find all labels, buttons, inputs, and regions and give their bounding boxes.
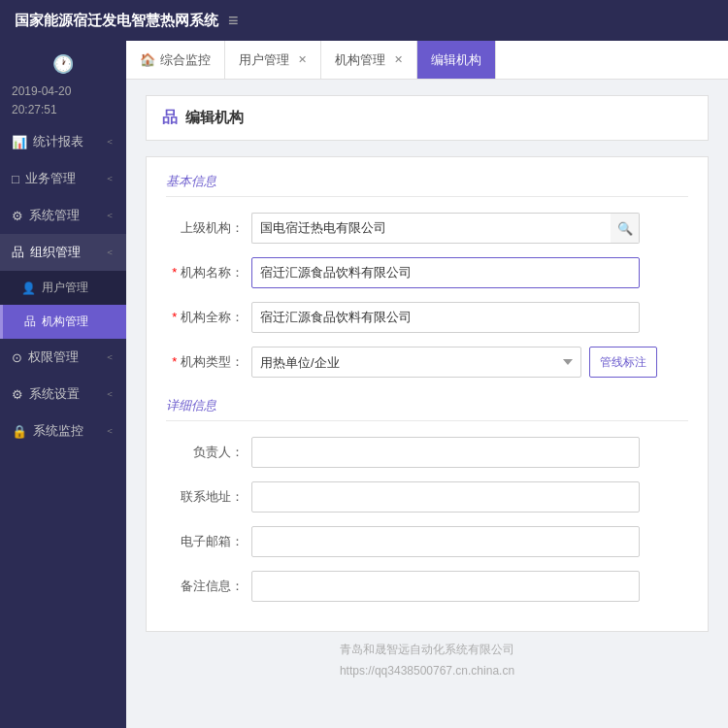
- breadcrumb-edit-org-label: 编辑机构: [431, 51, 481, 69]
- address-row: 联系地址：: [166, 481, 688, 513]
- form-card: 基本信息 上级机构： 🔍 机构名称： 机构全称：: [146, 156, 709, 632]
- breadcrumb-org-mgmt[interactable]: 机构管理 ✕: [321, 41, 417, 79]
- sidebar-item-permission[interactable]: ⊙ 权限管理 ＜: [0, 339, 126, 376]
- org-fullname-row: 机构全称：: [166, 302, 688, 333]
- basic-info-section-title: 基本信息: [166, 173, 688, 197]
- close-org-mgmt-icon[interactable]: ✕: [394, 53, 403, 66]
- org-fullname-input[interactable]: [251, 302, 640, 333]
- settings-icon: ⚙: [12, 387, 23, 402]
- user-icon: 👤: [21, 281, 36, 295]
- address-input[interactable]: [251, 481, 640, 513]
- pipe-annotation-button[interactable]: 管线标注: [589, 347, 657, 378]
- sidebar-item-business[interactable]: □ 业务管理 ＜: [0, 160, 126, 197]
- detail-info-section-title: 详细信息: [166, 397, 688, 421]
- org-mgmt-icon: 品: [24, 314, 36, 330]
- menu-icon[interactable]: ≡: [228, 11, 239, 31]
- footer-url: https://qq3438500767.cn.china.cn: [146, 661, 709, 682]
- sidebar-item-monitor[interactable]: 🔒 系统监控 ＜: [0, 413, 126, 449]
- chevron-system: ＜: [105, 209, 115, 222]
- close-user-mgmt-icon[interactable]: ✕: [298, 53, 307, 66]
- breadcrumb-user-mgmt[interactable]: 用户管理 ✕: [225, 41, 321, 79]
- chevron-monitor: ＜: [105, 424, 115, 438]
- sidebar-label-system: 系统管理: [29, 207, 80, 224]
- parent-org-row: 上级机构： 🔍: [166, 213, 688, 244]
- sidebar-item-user-mgmt[interactable]: 👤 用户管理: [0, 271, 126, 305]
- sidebar-label-stats: 统计报表: [33, 133, 83, 150]
- monitor-icon: 🔒: [12, 424, 27, 439]
- email-row: 电子邮箱：: [166, 526, 688, 557]
- org-type-row: 机构类型： 用热单位/企业 供热单位 管理单位 管线标注: [166, 347, 688, 378]
- org-name-row: 机构名称：: [166, 257, 688, 288]
- parent-org-input[interactable]: [251, 213, 611, 244]
- breadcrumb-home-label: 综合监控: [160, 51, 211, 69]
- org-name-label: 机构名称：: [166, 264, 244, 281]
- sidebar-label-user-mgmt: 用户管理: [42, 280, 88, 296]
- sidebar-item-org[interactable]: 品 组织管理 ＜: [0, 234, 126, 271]
- content-area: 品 编辑机构 基本信息 上级机构： 🔍 机构名称：: [126, 80, 728, 728]
- responsible-input[interactable]: [251, 437, 640, 468]
- sidebar: 🕐 2019-04-20 20:27:51 📊 统计报表 ＜ □ 业务管理 ＜ …: [0, 41, 126, 728]
- sidebar-label-settings: 系统设置: [29, 385, 80, 403]
- sidebar-datetime: 🕐 2019-04-20 20:27:51: [0, 41, 126, 123]
- chevron-business: ＜: [105, 172, 115, 185]
- app-title: 国家能源宿迁发电智慧热网系统: [15, 12, 218, 30]
- chevron-stats: ＜: [105, 135, 115, 149]
- remark-input[interactable]: [251, 571, 640, 602]
- stats-icon: 📊: [12, 135, 27, 149]
- breadcrumb-home[interactable]: 🏠 综合监控: [126, 41, 225, 79]
- sidebar-item-stats[interactable]: 📊 统计报表 ＜: [0, 123, 126, 160]
- parent-org-search-button[interactable]: 🔍: [611, 213, 640, 244]
- breadcrumb-user-mgmt-label: 用户管理: [239, 51, 289, 69]
- address-label: 联系地址：: [166, 488, 244, 506]
- app-header: 国家能源宿迁发电智慧热网系统 ≡: [0, 0, 728, 41]
- system-icon: ⚙: [12, 209, 23, 223]
- responsible-row: 负责人：: [166, 437, 688, 468]
- chevron-org: ＜: [105, 246, 115, 259]
- sidebar-date: 2019-04-20: [12, 84, 71, 98]
- sidebar-label-permission: 权限管理: [28, 348, 79, 366]
- breadcrumb-edit-org[interactable]: 编辑机构: [417, 41, 496, 79]
- main-content: 🏠 综合监控 用户管理 ✕ 机构管理 ✕ 编辑机构 品 编辑机构: [126, 41, 728, 728]
- remark-label: 备注信息：: [166, 578, 244, 595]
- page-title-bar: 品 编辑机构: [146, 95, 709, 141]
- sidebar-label-org: 组织管理: [30, 244, 81, 261]
- email-label: 电子邮箱：: [166, 533, 244, 550]
- org-type-select[interactable]: 用热单位/企业 供热单位 管理单位: [251, 347, 581, 378]
- sidebar-org-subitems: 👤 用户管理 品 机构管理: [0, 271, 126, 339]
- chevron-permission: ＜: [105, 350, 115, 364]
- home-icon: 🏠: [140, 52, 155, 67]
- clock-icon: 🕐: [12, 50, 115, 79]
- sidebar-label-business: 业务管理: [25, 170, 76, 187]
- breadcrumb-bar: 🏠 综合监控 用户管理 ✕ 机构管理 ✕ 编辑机构: [126, 41, 728, 80]
- parent-org-label: 上级机构：: [166, 219, 244, 237]
- parent-org-input-wrapper: 🔍: [251, 213, 640, 244]
- sidebar-item-system[interactable]: ⚙ 系统管理 ＜: [0, 197, 126, 234]
- sidebar-label-org-mgmt: 机构管理: [42, 314, 88, 330]
- org-name-input[interactable]: [251, 257, 640, 288]
- chevron-settings: ＜: [105, 387, 115, 401]
- responsible-label: 负责人：: [166, 444, 244, 461]
- email-input[interactable]: [251, 526, 640, 557]
- breadcrumb-org-mgmt-label: 机构管理: [335, 51, 385, 69]
- org-icon: 品: [12, 244, 24, 261]
- sidebar-item-settings[interactable]: ⚙ 系统设置 ＜: [0, 376, 126, 413]
- org-fullname-label: 机构全称：: [166, 309, 244, 326]
- permission-icon: ⊙: [12, 350, 22, 365]
- remark-row: 备注信息：: [166, 571, 688, 602]
- sidebar-item-org-mgmt[interactable]: 品 机构管理: [0, 305, 126, 339]
- sidebar-label-monitor: 系统监控: [33, 422, 83, 440]
- page-title-icon: 品: [162, 108, 178, 128]
- footer-watermark: 青岛和晟智远自动化系统有限公司 https://qq3438500767.cn.…: [146, 632, 709, 685]
- page-title: 编辑机构: [185, 109, 244, 127]
- sidebar-time: 20:27:51: [12, 103, 57, 116]
- footer-company: 青岛和晟智远自动化系统有限公司: [146, 640, 709, 661]
- business-icon: □: [12, 172, 19, 186]
- org-type-label: 机构类型：: [166, 353, 244, 371]
